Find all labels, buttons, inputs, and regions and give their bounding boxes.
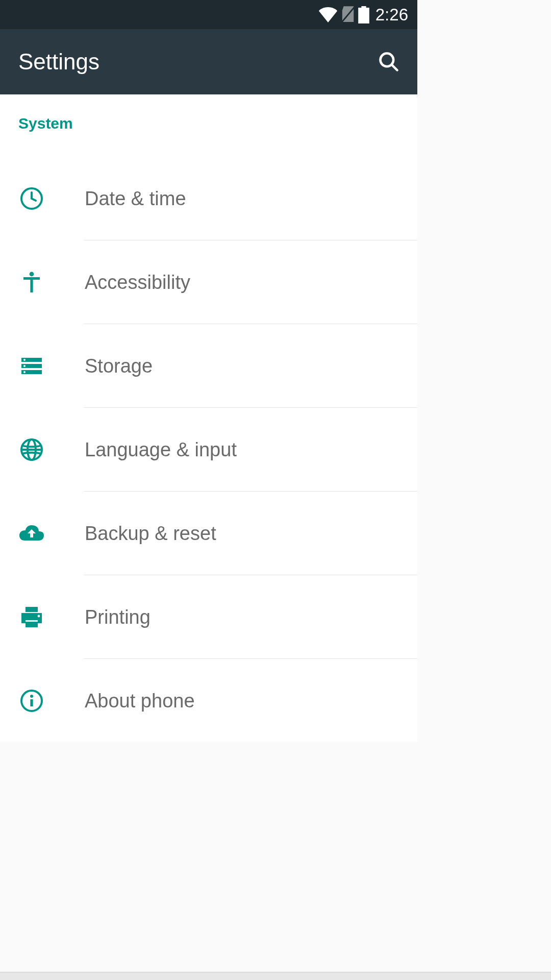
svg-rect-18 [26, 607, 38, 612]
list-item-backup-reset[interactable]: Backup & reset [0, 492, 417, 575]
settings-list: Date & time Accessibility Stora [0, 141, 417, 742]
svg-line-2 [392, 65, 397, 70]
list-item-label: About phone [85, 690, 195, 712]
list-item-label: Storage [85, 355, 153, 377]
list-item-storage[interactable]: Storage [0, 324, 417, 408]
list-item-label: Date & time [85, 188, 186, 210]
printer-icon [18, 604, 45, 630]
svg-point-6 [30, 272, 34, 277]
list-item-accessibility[interactable]: Accessibility [0, 240, 417, 324]
list-item-language-input[interactable]: Language & input [0, 408, 417, 492]
content-area: System Date & time Accessibility [0, 94, 417, 742]
list-item-date-time[interactable]: Date & time [0, 157, 417, 240]
no-sim-icon [341, 6, 355, 23]
svg-rect-21 [26, 620, 38, 622]
svg-point-24 [30, 695, 33, 698]
list-item-label: Printing [85, 606, 151, 628]
svg-line-5 [32, 199, 36, 201]
svg-point-22 [38, 615, 40, 618]
battery-icon [358, 6, 369, 23]
app-bar: Settings [0, 29, 417, 94]
list-item-label: Backup & reset [85, 523, 216, 545]
page-title: Settings [18, 49, 99, 75]
svg-point-13 [23, 365, 26, 367]
status-time: 2:26 [375, 5, 408, 24]
search-icon [378, 51, 400, 73]
status-bar: 2:26 [0, 0, 417, 29]
search-button[interactable] [377, 50, 401, 74]
storage-icon [18, 353, 45, 379]
svg-rect-8 [30, 278, 33, 292]
section-header-system: System [0, 94, 417, 141]
info-icon [18, 688, 45, 714]
cloud-upload-icon [18, 520, 45, 547]
list-item-label: Language & input [85, 439, 237, 461]
wifi-icon [318, 7, 338, 22]
accessibility-icon [18, 269, 45, 296]
svg-rect-25 [30, 699, 33, 706]
svg-point-14 [23, 371, 26, 373]
list-item-about-phone[interactable]: About phone [0, 659, 417, 742]
clock-icon [18, 185, 45, 212]
svg-point-12 [23, 359, 26, 361]
list-item-printing[interactable]: Printing [0, 575, 417, 659]
globe-icon [18, 436, 45, 463]
list-item-label: Accessibility [85, 272, 190, 293]
